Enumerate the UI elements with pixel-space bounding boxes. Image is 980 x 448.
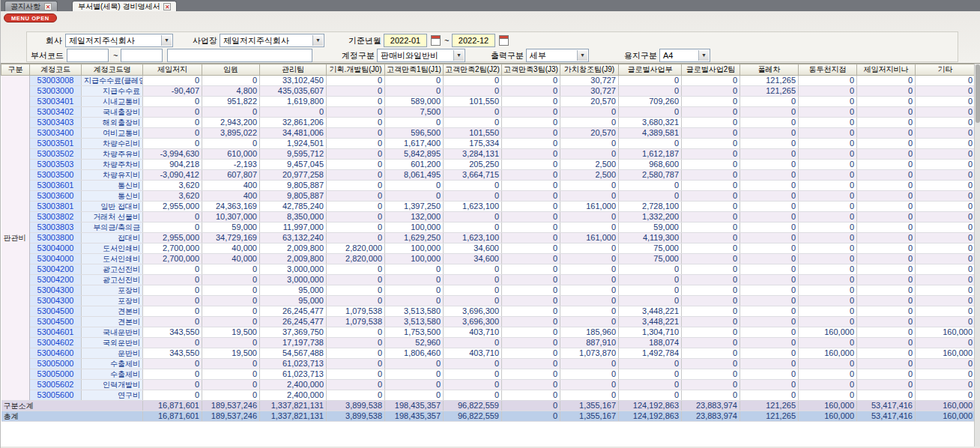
value-cell[interactable]: 1,612,187 (619, 149, 682, 160)
value-cell[interactable]: 37,369,750 (260, 327, 327, 338)
value-cell[interactable]: 0 (682, 149, 740, 160)
value-cell[interactable]: 0 (202, 264, 260, 275)
value-cell[interactable]: 0 (916, 86, 976, 97)
calendar-icon[interactable] (499, 35, 509, 46)
value-cell[interactable]: 400 (202, 181, 260, 191)
value-cell[interactable]: 0 (560, 369, 619, 380)
account-type-select[interactable]: 판매비와일반비 ▼ (377, 49, 465, 62)
value-cell[interactable]: 0 (682, 390, 740, 401)
table-row[interactable]: 53005602인력개발비002,400,00000000000000 (1, 380, 976, 390)
value-cell[interactable]: 0 (502, 149, 560, 160)
column-header[interactable]: 제일저지 (143, 64, 202, 76)
value-cell[interactable]: 30,727 (560, 86, 619, 97)
account-code-cell[interactable]: 53003801 (30, 202, 82, 212)
table-row[interactable]: 53003803부의금/축의금059,00011,997,0000100,000… (1, 223, 976, 233)
value-cell[interactable]: 0 (857, 139, 916, 149)
value-cell[interactable]: 0 (202, 380, 260, 390)
value-cell[interactable]: 0 (916, 97, 976, 107)
value-cell[interactable]: 887,910 (560, 338, 619, 348)
column-header[interactable]: 동두천지점 (799, 64, 857, 76)
site-select[interactable]: 제일저지주식회사 ▼ (220, 34, 324, 47)
table-row[interactable]: 53005000수출제비0061,023,71300000000000 (1, 369, 976, 380)
account-name-cell[interactable]: 통신비 (82, 191, 143, 202)
account-code-cell[interactable]: 53005000 (30, 359, 82, 369)
value-cell[interactable]: 3,284,131 (444, 149, 502, 160)
value-cell[interactable]: 54,567,488 (260, 348, 327, 359)
account-code-cell[interactable]: 53003000 (30, 86, 82, 97)
value-cell[interactable]: 0 (857, 202, 916, 212)
value-cell[interactable]: 403,710 (444, 348, 502, 359)
value-cell[interactable]: 0 (560, 243, 619, 254)
column-header[interactable]: 구분 (1, 64, 30, 76)
value-cell[interactable]: 0 (619, 86, 682, 97)
account-name-cell[interactable]: 접대비 (82, 233, 143, 243)
value-cell[interactable]: 0 (682, 275, 740, 285)
value-cell[interactable]: 0 (143, 264, 202, 275)
value-cell[interactable]: 0 (502, 369, 560, 380)
account-name-cell[interactable]: 일반 접대비 (82, 202, 143, 212)
value-cell[interactable]: 100,000 (385, 254, 444, 264)
value-cell[interactable]: 3,696,300 (444, 306, 502, 317)
value-cell[interactable]: 0 (444, 191, 502, 202)
value-cell[interactable]: 0 (560, 181, 619, 191)
value-cell[interactable]: 607,807 (202, 170, 260, 181)
value-cell[interactable]: 0 (857, 149, 916, 160)
value-cell[interactable]: 1,619,800 (260, 97, 327, 107)
value-cell[interactable]: 0 (799, 97, 857, 107)
value-cell[interactable]: 30,727 (560, 76, 619, 86)
value-cell[interactable]: 0 (857, 243, 916, 254)
table-row[interactable]: 53003502차량주유비-3,994,630610,0009,595,7120… (1, 149, 976, 160)
value-cell[interactable]: 0 (502, 212, 560, 223)
value-cell[interactable]: 0 (560, 285, 619, 296)
account-name-cell[interactable]: 거래처 선물비 (82, 212, 143, 223)
value-cell[interactable]: 100,000 (385, 243, 444, 254)
value-cell[interactable]: 0 (799, 243, 857, 254)
table-row[interactable]: 53004600운반비343,55019,50054,567,48801,806… (1, 348, 976, 359)
table-row[interactable]: 53003503차량주차비904,218-2,1939,457,0450601,… (1, 160, 976, 170)
table-row[interactable]: 53003403해외출장비02,943,20032,861,206000003,… (1, 118, 976, 128)
value-cell[interactable]: 34,729,169 (202, 233, 260, 243)
value-cell[interactable]: 0 (502, 86, 560, 97)
value-cell[interactable]: 0 (143, 296, 202, 306)
value-cell[interactable]: 3,620 (143, 191, 202, 202)
company-select[interactable]: 제일저지주식회사 ▼ (65, 34, 173, 47)
value-cell[interactable]: 0 (143, 338, 202, 348)
value-cell[interactable]: 0 (143, 306, 202, 317)
value-cell[interactable]: 0 (327, 233, 385, 243)
value-cell[interactable]: 0 (916, 107, 976, 118)
value-cell[interactable]: 3,448,221 (619, 306, 682, 317)
value-cell[interactable]: 0 (916, 243, 976, 254)
value-cell[interactable]: 0 (857, 275, 916, 285)
value-cell[interactable]: 1,629,250 (385, 233, 444, 243)
account-code-cell[interactable]: 53004601 (30, 327, 82, 338)
value-cell[interactable]: 0 (502, 264, 560, 275)
value-cell[interactable]: 0 (560, 275, 619, 285)
value-cell[interactable]: 589,000 (385, 97, 444, 107)
value-cell[interactable]: 0 (444, 359, 502, 369)
value-cell[interactable]: 20,977,258 (260, 170, 327, 181)
value-cell[interactable]: 0 (740, 264, 799, 275)
column-header[interactable]: 글로벌사업2팀 (682, 64, 740, 76)
value-cell[interactable]: 0 (857, 128, 916, 139)
value-cell[interactable]: 2,820,000 (327, 254, 385, 264)
column-header[interactable]: 기획.개발팀(J0) (327, 64, 385, 76)
value-cell[interactable]: 1,806,460 (385, 348, 444, 359)
value-cell[interactable]: 0 (916, 338, 976, 348)
value-cell[interactable]: 0 (502, 170, 560, 181)
column-header[interactable]: 제일저지비나 (857, 64, 916, 76)
value-cell[interactable]: 32,861,206 (260, 118, 327, 128)
value-cell[interactable]: 0 (740, 118, 799, 128)
value-cell[interactable]: 0 (385, 275, 444, 285)
account-name-cell[interactable]: 부의금/축의금 (82, 223, 143, 233)
value-cell[interactable]: 0 (327, 359, 385, 369)
value-cell[interactable]: 0 (385, 86, 444, 97)
value-cell[interactable]: 0 (327, 275, 385, 285)
account-name-cell[interactable]: 견본비 (82, 317, 143, 327)
value-cell[interactable]: 0 (619, 191, 682, 202)
value-cell[interactable]: 0 (502, 76, 560, 86)
value-cell[interactable]: 0 (444, 212, 502, 223)
value-cell[interactable]: 0 (799, 191, 857, 202)
account-code-cell[interactable]: 53003800 (30, 233, 82, 243)
value-cell[interactable]: 0 (740, 348, 799, 359)
value-cell[interactable]: 0 (799, 160, 857, 170)
